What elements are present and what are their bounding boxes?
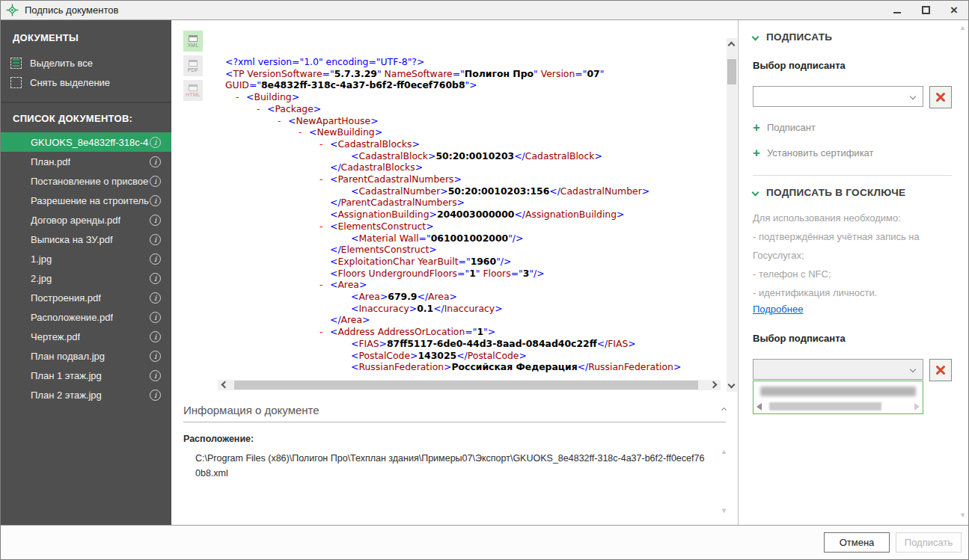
document-list-item[interactable]: 1.jpgi — [1, 249, 171, 268]
goskey-requirement-line: - идентификация личности. — [753, 283, 952, 302]
info-icon[interactable]: i — [150, 292, 161, 304]
document-list-item[interactable]: 2.jpgi — [1, 268, 171, 288]
select-all-label: Выделить все — [30, 58, 93, 69]
scroll-right-icon[interactable] — [710, 381, 718, 389]
xml-line: </CadastralBlocks> — [225, 161, 720, 173]
document-name: Постановление о присвоен — [31, 176, 149, 187]
info-icon[interactable]: i — [150, 195, 161, 206]
xml-line: -<Building> — [225, 91, 720, 103]
info-icon[interactable]: i — [150, 273, 161, 284]
document-list-item[interactable]: Построения.pdfi — [1, 288, 171, 307]
info-icon[interactable]: i — [150, 137, 161, 148]
clear-goskey-signer-button[interactable] — [929, 359, 952, 381]
maximize-button[interactable] — [911, 1, 940, 19]
info-icon[interactable]: i — [150, 351, 161, 362]
documents-section-header: ДОКУМЕНТЫ — [1, 20, 171, 43]
xml-line: <FIAS>87ff5117-6de0-44d3-8aad-084ad40c22… — [225, 338, 720, 350]
format-xml-button[interactable]: XML — [183, 31, 203, 52]
format-html-button[interactable]: HTML — [183, 80, 203, 101]
panel-scroll-down-icon[interactable]: ▼ — [959, 511, 966, 519]
deselect-all-button[interactable]: Снять выделение — [1, 73, 171, 92]
document-list-header: СПИСОК ДОКУМЕНТОВ: — [1, 103, 171, 132]
document-list-item[interactable]: План 1 этаж.jpgi — [1, 366, 171, 385]
add-signer-label: Подписант — [767, 122, 816, 133]
document-list-item[interactable]: Постановление о присвоенi — [1, 171, 171, 191]
document-list-item[interactable]: Договор аренды.pdfi — [1, 210, 171, 230]
scroll-left-icon[interactable] — [756, 403, 762, 410]
signer-select-label: Выбор подписанта — [753, 60, 952, 71]
info-icon[interactable]: i — [150, 234, 161, 245]
xml-line: -<Package> — [225, 103, 720, 115]
document-list-item[interactable]: План.pdfi — [1, 152, 171, 171]
goskey-signer-combobox[interactable] — [753, 359, 923, 380]
goskey-signer-dropdown — [753, 381, 923, 414]
info-scroll-down-icon[interactable]: ▼ — [721, 507, 727, 514]
document-list-item[interactable]: Разрешение на строительстi — [1, 191, 171, 210]
clear-signer-button[interactable] — [929, 86, 952, 108]
document-list-item[interactable]: Расположение.pdfi — [1, 307, 171, 327]
horizontal-scrollbar[interactable] — [218, 380, 721, 390]
info-icon[interactable]: i — [150, 370, 161, 381]
install-certificate-button[interactable]: + Установить сертификат — [753, 147, 952, 159]
xml-collapse-icon[interactable]: - — [320, 279, 330, 291]
signer-combobox[interactable] — [753, 86, 923, 107]
add-signer-button[interactable]: + Подписант — [753, 121, 952, 134]
x-icon — [935, 92, 946, 102]
more-details-link[interactable]: Подробнее — [753, 304, 803, 315]
info-icon[interactable]: i — [150, 215, 161, 226]
document-page-icon — [189, 60, 198, 67]
xml-line: <RussianFederation>Российская Федерация<… — [225, 361, 720, 373]
xml-line: </ElementsConstruct> — [225, 244, 720, 256]
scroll-down-icon[interactable] — [728, 381, 736, 389]
document-list-item[interactable]: План подвал.jpgi — [1, 346, 171, 366]
select-all-button[interactable]: Выделить все — [1, 53, 171, 73]
document-list-item[interactable]: Чертеж.pdfi — [1, 327, 171, 346]
info-icon[interactable]: i — [150, 390, 161, 401]
xml-collapse-icon[interactable]: - — [320, 326, 330, 338]
sign-button[interactable]: Подписать — [896, 532, 962, 553]
xml-collapse-icon[interactable]: - — [320, 138, 330, 150]
format-pdf-button[interactable]: PDF — [183, 55, 203, 76]
window-title: Подпись документов — [25, 4, 118, 16]
info-icon[interactable]: i — [150, 176, 161, 187]
xml-line: -<NewApartHouse> — [225, 115, 720, 127]
vertical-scrollbar[interactable] — [727, 38, 737, 392]
format-toolbar: XMLPDFHTML — [183, 31, 203, 101]
vertical-scroll-thumb[interactable] — [727, 59, 736, 84]
cancel-button[interactable]: Отмена — [824, 532, 890, 553]
collapse-icon[interactable] — [721, 407, 727, 413]
xml-line: <PostalCode>143025</PostalCode> — [225, 350, 720, 362]
scroll-right-icon[interactable] — [914, 403, 920, 410]
signer-option-redacted[interactable] — [760, 387, 916, 396]
xml-collapse-icon[interactable]: - — [320, 173, 330, 185]
info-icon[interactable]: i — [150, 331, 161, 342]
close-button[interactable]: × — [940, 1, 968, 19]
xml-collapse-icon[interactable]: - — [320, 221, 330, 233]
info-icon[interactable]: i — [150, 156, 161, 167]
dropdown-scroll-thumb[interactable] — [769, 402, 881, 410]
info-icon[interactable]: i — [150, 312, 161, 323]
info-icon[interactable]: i — [150, 253, 161, 265]
dropdown-horizontal-scrollbar[interactable] — [756, 401, 920, 411]
xml-collapse-icon[interactable]: - — [278, 115, 288, 127]
sign-section-header[interactable]: ПОДПИСАТЬ — [753, 31, 952, 43]
xml-collapse-icon[interactable]: - — [257, 103, 267, 115]
document-list-item[interactable]: GKUOKS_8e4832ff-318c-4a3i — [1, 132, 171, 152]
xml-collapse-icon[interactable]: - — [299, 126, 309, 138]
document-info-header[interactable]: Информация о документе — [171, 396, 738, 422]
goskey-section-header[interactable]: ПОДПИСАТЬ В ГОСКЛЮЧЕ — [753, 187, 952, 198]
minimize-button[interactable] — [883, 1, 911, 19]
info-scroll-up-icon[interactable]: ▲ — [721, 448, 727, 455]
document-list-item[interactable]: Выписка на ЗУ.pdfi — [1, 230, 171, 249]
xml-line: <Area>679.9</Area> — [225, 291, 720, 303]
document-list-item[interactable]: План 2 этаж.jpgi — [1, 385, 171, 404]
horizontal-scroll-thumb[interactable] — [234, 381, 698, 390]
scroll-up-icon[interactable] — [728, 42, 736, 49]
xml-line: -<Area> — [225, 279, 720, 291]
document-page-icon — [189, 84, 198, 91]
xml-line: <Inaccuracy>0.1</Inaccuracy> — [225, 303, 720, 315]
xml-collapse-icon[interactable]: - — [236, 91, 246, 103]
xml-line: -<Address AddressOrLocation="1"> — [225, 326, 720, 338]
panel-scroll-up-icon[interactable]: ▲ — [959, 24, 966, 31]
scroll-left-icon[interactable] — [221, 381, 229, 389]
